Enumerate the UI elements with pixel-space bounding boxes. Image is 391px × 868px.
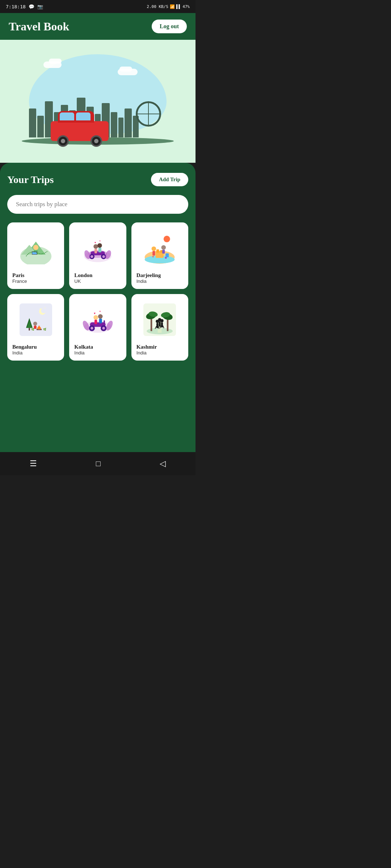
- london-illustration: ♥ ♥: [74, 228, 121, 268]
- trip-card-darjeeling[interactable]: ✦ ⬟ Darjeeling India: [131, 222, 188, 289]
- status-right: 2.00 KB/S 📶 ▌▌ 47%: [147, 4, 190, 9]
- svg-point-60: [98, 314, 103, 319]
- kashmir-country: India: [136, 350, 147, 356]
- svg-rect-59: [94, 320, 97, 324]
- svg-point-13: [102, 255, 105, 258]
- trips-header: Your Trips Add Trip: [7, 173, 188, 186]
- trip-card-paris[interactable]: Paris France: [7, 222, 64, 289]
- trip-card-kashmir[interactable]: Kashmir India: [131, 294, 188, 361]
- trip-card-kolkata[interactable]: ♥ ♥ Kolkata India: [69, 294, 126, 361]
- trip-card-bengaluru[interactable]: ★ ★: [7, 294, 64, 361]
- svg-point-46: [33, 322, 37, 326]
- svg-rect-35: [20, 303, 52, 336]
- svg-point-39: [41, 308, 46, 313]
- svg-text:♥: ♥: [99, 310, 101, 312]
- svg-point-34: [164, 236, 170, 242]
- svg-rect-31: [153, 251, 155, 256]
- building-12: [118, 118, 123, 137]
- building-2: [37, 116, 44, 137]
- building-1: [29, 109, 36, 137]
- svg-rect-57: [104, 320, 105, 324]
- status-bar: 7:18:18 💬 📷 2.00 KB/S 📶 ▌▌ 47%: [0, 0, 196, 13]
- london-city: London: [74, 272, 92, 278]
- signal-icon: ▌▌: [176, 4, 181, 9]
- svg-point-48: [38, 326, 40, 329]
- app-title: Travel Book: [9, 20, 69, 33]
- kolkata-country: India: [74, 350, 84, 356]
- bengaluru-illustration: ★ ★: [12, 300, 59, 340]
- svg-rect-15: [94, 249, 97, 254]
- wheel-left: [57, 135, 69, 147]
- svg-point-54: [91, 327, 93, 329]
- trips-title: Your Trips: [7, 174, 54, 186]
- search-bar[interactable]: [7, 195, 188, 214]
- svg-rect-76: [156, 323, 158, 328]
- back-icon[interactable]: ◁: [160, 459, 166, 468]
- building-11: [111, 112, 117, 137]
- svg-rect-84: [159, 322, 161, 327]
- svg-text:♥: ♥: [94, 312, 96, 315]
- svg-text:🌿: 🌿: [31, 328, 34, 331]
- darjeeling-illustration: ✦ ⬟: [136, 228, 183, 268]
- kashmir-city: Kashmir: [136, 344, 157, 350]
- time-display: 7:18:18: [6, 4, 26, 9]
- darjeeling-city: Darjeeling: [136, 272, 161, 278]
- svg-rect-25: [156, 250, 159, 253]
- svg-text:♥: ♥: [94, 241, 96, 244]
- hero-scene: [22, 51, 174, 152]
- search-input[interactable]: [16, 201, 180, 208]
- kolkata-svg: ♥ ♥: [81, 303, 114, 336]
- svg-rect-80: [161, 322, 163, 327]
- svg-rect-61: [99, 319, 102, 323]
- svg-point-30: [152, 247, 156, 251]
- app-header: Travel Book Log out: [0, 13, 196, 40]
- paris-svg: [20, 232, 52, 264]
- svg-point-56: [102, 327, 105, 329]
- darjeeling-country: India: [136, 278, 147, 284]
- car-window-back: [76, 112, 91, 120]
- red-car: [51, 121, 109, 141]
- london-country: UK: [74, 278, 81, 284]
- trip-grid: Paris France: [7, 222, 188, 361]
- status-left: 7:18:18 💬 📷: [6, 4, 43, 9]
- cloud-2: [49, 59, 62, 64]
- bengaluru-city: Bengaluru: [12, 344, 37, 350]
- svg-point-83: [158, 318, 161, 322]
- paris-city: Paris: [12, 272, 24, 278]
- svg-point-11: [91, 255, 93, 258]
- svg-point-32: [161, 245, 166, 250]
- svg-point-16: [97, 243, 102, 248]
- home-icon[interactable]: □: [96, 459, 101, 468]
- kashmir-illustration: [136, 300, 183, 340]
- kolkata-illustration: ♥ ♥: [74, 300, 121, 340]
- wheel-right: [91, 135, 102, 147]
- main-content: Your Trips Add Trip: [0, 163, 196, 452]
- bengaluru-country: India: [12, 350, 22, 356]
- add-trip-button[interactable]: Add Trip: [151, 173, 188, 186]
- darjeeling-svg: ✦ ⬟: [143, 232, 176, 264]
- kashmir-svg: [143, 303, 176, 336]
- logout-button[interactable]: Log out: [152, 20, 187, 33]
- nav-bar: ☰ □ ◁: [0, 452, 196, 475]
- svg-text:♥: ♥: [99, 240, 100, 242]
- svg-point-14: [93, 244, 98, 249]
- hero-section: [0, 40, 196, 163]
- svg-rect-17: [98, 248, 101, 252]
- battery-display: 47%: [182, 4, 190, 9]
- ferris-spoke-horizontal: [136, 114, 161, 114]
- building-13: [125, 109, 132, 137]
- ferris-wheel: [134, 101, 163, 130]
- cloud-4: [119, 67, 132, 72]
- kolkata-city: Kolkata: [74, 344, 93, 350]
- london-svg: ♥ ♥: [81, 232, 114, 264]
- paris-country: France: [12, 278, 27, 284]
- camera-icon: 📷: [37, 4, 43, 9]
- bengaluru-svg: ★ ★: [20, 303, 52, 336]
- svg-rect-42: [29, 328, 30, 331]
- trip-card-london[interactable]: ♥ ♥ London UK: [69, 222, 126, 289]
- whatsapp-icon: 💬: [29, 4, 34, 9]
- menu-icon[interactable]: ☰: [30, 459, 37, 468]
- car-window-front: [60, 112, 74, 120]
- network-speed: 2.00 KB/S: [147, 4, 168, 9]
- svg-point-3: [33, 245, 38, 250]
